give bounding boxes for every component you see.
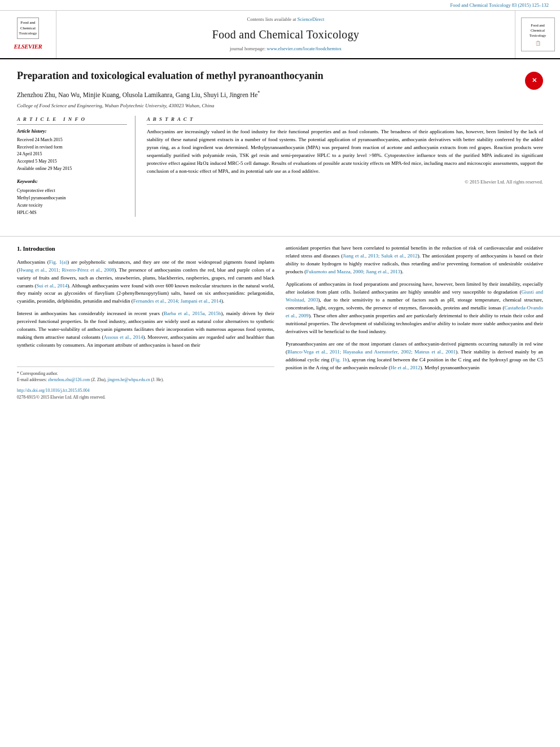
article-info-column: A R T I C L E I N F O Article history: R…: [17, 116, 135, 217]
fernandes-ref[interactable]: Fernandes et al., 2014; Jampani et al., …: [133, 298, 221, 304]
journal-header-right: Food and Chemical Toxicology 📋: [515, 11, 560, 58]
email1-link[interactable]: zhenzhou.zhu@126.com: [48, 377, 90, 382]
article-area: Preparation and toxicological evaluation…: [0, 59, 560, 229]
article-history: Article history: Received 24 March 2015 …: [17, 128, 127, 173]
affiliation: College of Food Science and Engineering,…: [17, 102, 543, 110]
homepage-link[interactable]: www.elsevier.com/locate/foodchemtox: [267, 46, 342, 51]
castaneda-ref[interactable]: Castañeda-Ovando et al., 2009: [286, 305, 543, 318]
corresponding-author-note: * Corresponding author.: [17, 370, 274, 377]
abstract-column: A B S T R A C T Anthocyanins are increas…: [147, 116, 543, 217]
journal-reference: Food and Chemical Toxicology 83 (2015) 1…: [0, 0, 560, 11]
sciencedirect-anchor[interactable]: ScienceDirect: [298, 16, 325, 22]
issn-note: 0278-6915/© 2015 Elsevier Ltd. All right…: [17, 394, 274, 400]
revised-label: Received in revised form: [17, 144, 127, 151]
abstract-text: Anthocyanins are increasingly valued in …: [147, 128, 543, 176]
crossmark-icon: ✕: [525, 72, 543, 90]
body-para-5: Pyranoanthocyanins are one of the most i…: [286, 340, 543, 372]
elsevier-logo-area: Food and Chemical Toxicology ELSEVIER: [0, 11, 56, 58]
journal-title: Food and Chemical Toxicology: [212, 27, 360, 42]
article-info-header: A R T I C L E I N F O: [17, 116, 127, 125]
journal-header: Food and Chemical Toxicology ELSEVIER Co…: [0, 11, 560, 59]
hwang-ref[interactable]: Hwang et al., 2011; Rivero-Pérez et al.,…: [19, 267, 114, 273]
jiang-ref[interactable]: Jiang et al., 2013; Saluk et al., 2012: [343, 253, 418, 259]
email-note: E-mail addresses: zhenzhou.zhu@126.com (…: [17, 377, 274, 383]
keywords-section: Keywords: Cytoprotective effect Methyl p…: [17, 178, 127, 216]
body-col-1: 1. Introduction Anthocyanins (Fig. 1(a))…: [17, 244, 274, 400]
crossmark: ✕: [525, 72, 543, 90]
doi-link[interactable]: http://dx.doi.org/10.1016/j.fct.2015.05.…: [17, 388, 89, 393]
body-para-2: Interest in anthocyanins has considerabl…: [17, 310, 274, 350]
body-col-2: antioxidant properties that have been co…: [286, 244, 543, 400]
giusti-ref[interactable]: Giusti and Wrolstad, 2003: [286, 289, 543, 303]
barba-ref[interactable]: Barba et al., 2015a, 2015b: [164, 311, 221, 316]
he-ref[interactable]: He et al., 2012: [391, 365, 421, 370]
doi-area: http://dx.doi.org/10.1016/j.fct.2015.05.…: [17, 387, 274, 395]
keyword-4: HPLC-MS: [17, 209, 127, 216]
sui-ref[interactable]: Sui et al., 2014: [36, 283, 67, 289]
keyword-2: Methyl pyranoanthocyanin: [17, 195, 127, 201]
revised-date: 24 April 2015: [17, 151, 127, 158]
assous-ref[interactable]: Assous et al., 2014: [104, 334, 143, 340]
fig1a-ref[interactable]: Fig. 1(a): [49, 259, 68, 265]
copyright-line: © 2015 Elsevier Ltd. All rights reserved…: [147, 179, 543, 186]
body-para-1: Anthocyanins (Fig. 1(a)) are polyphenoli…: [17, 259, 274, 306]
received-date: Received 24 March 2015: [17, 137, 127, 144]
keywords-label: Keywords:: [17, 178, 127, 185]
section-divider: [0, 236, 560, 237]
email2-link[interactable]: jingren.he@whpu.edu.cn: [107, 377, 150, 382]
keyword-1: Cytoprotective effect: [17, 187, 127, 194]
fig1b-ref[interactable]: Fig. 1b: [333, 357, 347, 362]
footer-note-area: * Corresponding author. E-mail addresses…: [17, 366, 274, 401]
journal-homepage: journal homepage: www.elsevier.com/locat…: [230, 46, 342, 53]
blanco-ref[interactable]: Blanco-Vega et al., 2011; Hayasaka and A…: [287, 349, 456, 355]
section1-title: 1. Introduction: [17, 244, 274, 254]
journal-logo-small: Food and Chemical Toxicology: [17, 18, 40, 38]
article-info-abstract: A R T I C L E I N F O Article history: R…: [17, 116, 543, 217]
abstract-header: A B S T R A C T: [147, 116, 543, 125]
accepted-date: Accepted 5 May 2015: [17, 158, 127, 165]
fukumoto-ref[interactable]: Fukumoto and Mazza, 2000; Jiang et al., …: [306, 269, 400, 274]
title-row: Preparation and toxicological evaluation…: [17, 69, 543, 90]
history-label: Article history:: [17, 128, 127, 135]
authors: Zhenzhou Zhu, Nao Wu, Minjie Kuang, Olus…: [17, 90, 543, 100]
sciencedirect-link: Contents lists available at ScienceDirec…: [247, 16, 325, 23]
body-para-3: antioxidant properties that have been co…: [286, 244, 543, 276]
available-date: Available online 29 May 2015: [17, 165, 127, 173]
article-title: Preparation and toxicological evaluation…: [17, 69, 323, 82]
elsevier-wordmark: ELSEVIER: [14, 43, 42, 50]
keyword-3: Acute toxicity: [17, 202, 127, 208]
body-area: 1. Introduction Anthocyanins (Fig. 1(a))…: [0, 244, 560, 412]
journal-header-center: Contents lists available at ScienceDirec…: [56, 11, 515, 58]
body-para-4: Applications of anthocyanins in food pre…: [286, 281, 543, 336]
